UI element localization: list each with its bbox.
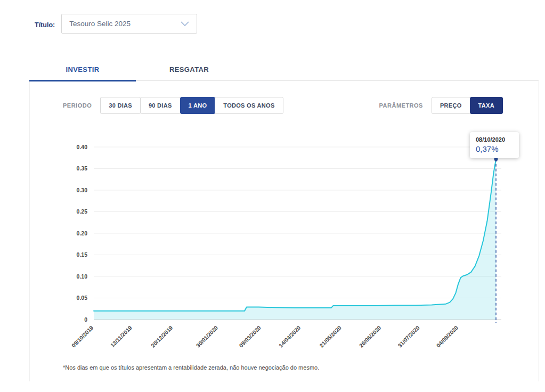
param-preco-button[interactable]: PREÇO (432, 97, 470, 114)
svg-text:09/03/2020: 09/03/2020 (238, 324, 262, 349)
svg-text:31/07/2020: 31/07/2020 (396, 324, 421, 349)
svg-text:13/11/2019: 13/11/2019 (109, 324, 133, 348)
period-todos-os-anos-button[interactable]: TODOS OS ANOS (215, 97, 283, 114)
svg-text:04/09/2020: 04/09/2020 (435, 324, 459, 349)
svg-text:0.20: 0.20 (77, 230, 88, 236)
period-30-dias-button[interactable]: 30 DIAS (100, 97, 141, 114)
period-label: PERIODO (63, 102, 92, 109)
title-row: Título: Tesouro Selic 2025 (0, 0, 545, 34)
chevron-down-icon (181, 19, 189, 29)
svg-text:20/12/2019: 20/12/2019 (150, 324, 174, 349)
period-1-ano-button[interactable]: 1 ANO (180, 97, 216, 114)
parametros-label: PARÂMETROS (379, 102, 423, 109)
controls-row: PERIODO 30 DIAS 90 DIAS 1 ANO TODOS OS A… (30, 81, 538, 114)
period-button-group: 30 DIAS 90 DIAS 1 ANO TODOS OS ANOS (100, 97, 283, 114)
param-taxa-button[interactable]: TAXA (470, 97, 503, 114)
svg-text:30/01/2020: 30/01/2020 (194, 324, 219, 349)
chart-area: 08/10/2020 0,37% 0.400.350.300.250.200.1… (30, 132, 538, 350)
svg-text:26/06/2020: 26/06/2020 (358, 324, 383, 349)
rate-history-chart[interactable]: 0.400.350.300.250.200.150.100.05009/10/2… (46, 132, 536, 350)
svg-text:0.10: 0.10 (77, 273, 88, 280)
footnote: *Nos dias em que os títulos apresentam a… (30, 350, 538, 371)
svg-text:14/04/2020: 14/04/2020 (278, 324, 302, 349)
svg-text:0.25: 0.25 (77, 208, 88, 215)
tab-investir[interactable]: INVESTIR (29, 60, 136, 81)
chart-tooltip: 08/10/2020 0,37% (470, 132, 519, 158)
tooltip-value: 0,37% (476, 144, 513, 153)
titulo-select-value: Tesouro Selic 2025 (69, 20, 131, 28)
svg-text:0: 0 (84, 316, 87, 323)
tooltip-date: 08/10/2020 (476, 136, 513, 143)
svg-text:0.30: 0.30 (77, 187, 88, 193)
svg-text:0.05: 0.05 (77, 295, 88, 301)
svg-text:0.40: 0.40 (77, 144, 88, 150)
svg-text:09/10/2019: 09/10/2019 (70, 324, 95, 349)
svg-text:21/05/2020: 21/05/2020 (318, 324, 343, 349)
period-90-dias-button[interactable]: 90 DIAS (140, 97, 181, 114)
svg-text:0.15: 0.15 (77, 251, 88, 258)
titulo-label: Título: (35, 21, 55, 29)
svg-text:0.35: 0.35 (77, 165, 88, 172)
tab-bar: INVESTIR RESGATAR (29, 60, 539, 81)
titulo-select[interactable]: Tesouro Selic 2025 (61, 14, 197, 34)
investment-card: INVESTIR RESGATAR PERIODO 30 DIAS 90 DIA… (29, 60, 539, 381)
tab-resgatar[interactable]: RESGATAR (136, 60, 242, 80)
param-button-group: PREÇO TAXA (432, 97, 503, 114)
card-body: PERIODO 30 DIAS 90 DIAS 1 ANO TODOS OS A… (29, 81, 539, 381)
